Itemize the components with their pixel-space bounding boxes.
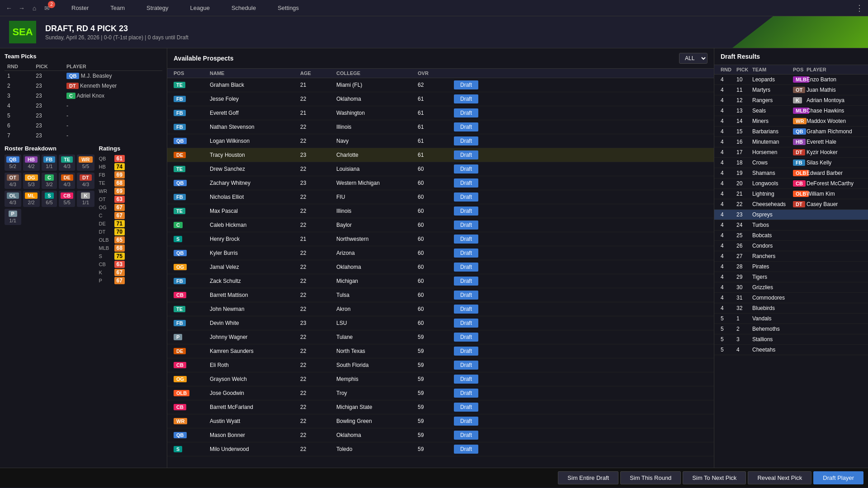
team-logo: SEA: [9, 21, 36, 43]
result-player: Adrian Montoya: [807, 97, 862, 103]
draft-button[interactable]: Draft: [454, 277, 478, 286]
prospect-name: Jesse Foley: [210, 96, 300, 102]
result-rnd: 4: [721, 160, 736, 166]
draft-button[interactable]: Draft: [454, 249, 478, 258]
nav-roster[interactable]: Roster: [61, 0, 99, 16]
prospect-draft-action[interactable]: Draft: [454, 389, 499, 398]
draft-button[interactable]: Draft: [454, 389, 478, 398]
pick-player: QB M.J. Beasley: [64, 71, 162, 81]
pick-rnd: 1: [5, 71, 33, 81]
draft-button[interactable]: Draft: [454, 192, 478, 202]
draft-button[interactable]: Draft: [454, 221, 478, 230]
draft-button[interactable]: Draft: [454, 178, 478, 188]
back-icon[interactable]: ←: [5, 4, 14, 13]
draft-button[interactable]: Draft: [454, 80, 478, 89]
draft-button[interactable]: Draft: [454, 319, 478, 328]
forward-icon[interactable]: →: [17, 4, 26, 13]
nav-team[interactable]: Team: [99, 0, 136, 16]
prospect-draft-action[interactable]: Draft: [454, 305, 499, 314]
prospect-pos: DE: [174, 348, 210, 354]
nav-settings[interactable]: Settings: [267, 0, 310, 16]
nav-league[interactable]: League: [179, 0, 221, 16]
roster-cell: DE 4/3: [59, 173, 75, 189]
result-pick: 29: [736, 274, 752, 280]
prospect-draft-action[interactable]: Draft: [454, 361, 499, 370]
prospect-draft-action[interactable]: Draft: [454, 221, 499, 230]
draft-button[interactable]: Draft: [454, 347, 478, 356]
draft-button[interactable]: Draft: [454, 445, 478, 454]
result-team: Horsemen: [752, 149, 793, 155]
draft-button[interactable]: Draft: [454, 291, 478, 300]
rating-val: 65: [114, 236, 125, 244]
draft-button[interactable]: Draft: [454, 94, 478, 103]
draft-button[interactable]: Draft: [454, 263, 478, 272]
prospect-draft-action[interactable]: Draft: [454, 347, 499, 356]
roster-cell: CB 5/5: [59, 191, 75, 207]
draft-button[interactable]: Draft: [454, 431, 478, 440]
result-team: Turbos: [752, 222, 793, 228]
nav-schedule[interactable]: Schedule: [221, 0, 267, 16]
prospect-draft-action[interactable]: Draft: [454, 319, 499, 328]
draft-result-row: 4 10 Leopards MLB Enzo Barton: [714, 75, 868, 85]
draft-button[interactable]: Draft: [454, 206, 478, 216]
draft-button[interactable]: Draft: [454, 150, 478, 160]
draft-button[interactable]: Draft: [454, 403, 478, 412]
prospect-draft-action[interactable]: Draft: [454, 417, 499, 426]
prospect-draft-action[interactable]: Draft: [454, 108, 499, 117]
prospect-draft-action[interactable]: Draft: [454, 445, 499, 454]
draft-button[interactable]: Draft: [454, 375, 478, 384]
result-pick: 17: [736, 149, 752, 155]
draft-button[interactable]: Draft: [454, 361, 478, 370]
prospect-draft-action[interactable]: Draft: [454, 249, 499, 258]
prospect-draft-action[interactable]: Draft: [454, 164, 499, 174]
prospect-draft-action[interactable]: Draft: [454, 431, 499, 440]
prospect-pos: OG: [174, 376, 210, 382]
position-filter[interactable]: ALLQBHBFBTEWROTOGCDEDTOLBMLBSCBKP: [679, 53, 708, 64]
draft-button[interactable]: Draft: [454, 305, 478, 314]
sim-to-next-pick-button[interactable]: Sim To Next Pick: [683, 471, 746, 484]
prospect-draft-action[interactable]: Draft: [454, 277, 499, 286]
prospect-draft-action[interactable]: Draft: [454, 291, 499, 300]
prospect-draft-action[interactable]: Draft: [454, 192, 499, 202]
draft-button[interactable]: Draft: [454, 235, 478, 244]
draft-button[interactable]: Draft: [454, 108, 478, 117]
prospect-draft-action[interactable]: Draft: [454, 206, 499, 216]
prospect-draft-action[interactable]: Draft: [454, 94, 499, 103]
mail-icon[interactable]: ✉ 2: [42, 4, 52, 13]
sim-this-round-button[interactable]: Sim This Round: [620, 471, 681, 484]
ratings-section: Ratings QB 61 HB 74 FB 69 TE 68 WR 69 OT…: [99, 145, 162, 285]
prospect-name: Nathan Stevenson: [210, 124, 300, 130]
prospect-ovr: 59: [418, 390, 454, 396]
draft-button[interactable]: Draft: [454, 333, 478, 342]
draft-button[interactable]: Draft: [454, 417, 478, 426]
prospect-draft-action[interactable]: Draft: [454, 333, 499, 342]
prospect-draft-action[interactable]: Draft: [454, 375, 499, 384]
prospect-draft-action[interactable]: Draft: [454, 235, 499, 244]
prospect-draft-action[interactable]: Draft: [454, 403, 499, 412]
reveal-next-pick-button[interactable]: Reveal Next Pick: [748, 471, 811, 484]
roster-title: Roster Breakdown: [5, 145, 94, 152]
nav-more-icon[interactable]: ⋮: [855, 3, 863, 13]
draft-result-row: 4 18 Crows FB Silas Kelly: [714, 158, 868, 168]
roster-count: 2/2: [25, 200, 38, 205]
sim-entire-draft-button[interactable]: Sim Entire Draft: [558, 471, 618, 484]
home-icon[interactable]: ⌂: [30, 4, 39, 13]
prospect-draft-action[interactable]: Draft: [454, 263, 499, 272]
draft-button[interactable]: Draft: [454, 136, 478, 145]
draft-button[interactable]: Draft: [454, 164, 478, 174]
prospect-name: Tracy Houston: [210, 152, 300, 158]
draft-player-button[interactable]: Draft Player: [813, 471, 863, 484]
prospect-draft-action[interactable]: Draft: [454, 178, 499, 188]
prospect-draft-action[interactable]: Draft: [454, 122, 499, 131]
nav-strategy[interactable]: Strategy: [136, 0, 179, 16]
rating-val: 67: [114, 212, 125, 219]
rating-val: 74: [114, 163, 125, 170]
prospect-draft-action[interactable]: Draft: [454, 150, 499, 160]
prospect-draft-action[interactable]: Draft: [454, 80, 499, 89]
prospect-draft-action[interactable]: Draft: [454, 136, 499, 145]
draft-button[interactable]: Draft: [454, 122, 478, 131]
pick-player: DT Kenneth Meyer: [64, 81, 162, 91]
prospect-row: FB Nathan Stevenson 22 Illinois 61 Draft: [167, 120, 714, 134]
result-pick: 25: [736, 232, 752, 239]
draft-result-row: 4 12 Rangers K Adrian Montoya: [714, 95, 868, 106]
